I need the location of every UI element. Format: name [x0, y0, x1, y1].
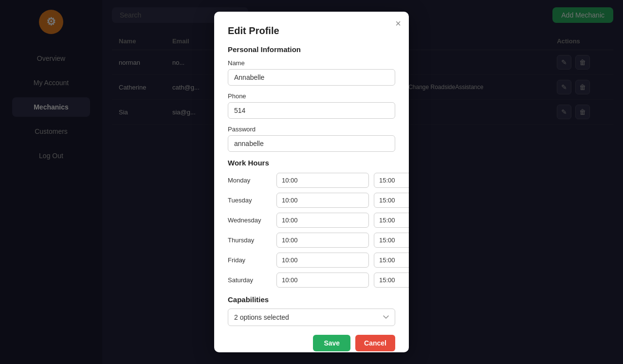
phone-input[interactable] — [228, 102, 395, 119]
work-hours-row: Thursday — [228, 233, 395, 248]
edit-profile-modal: Edit Profile × Personal Information Name… — [214, 12, 409, 352]
end-time-input[interactable] — [374, 253, 409, 268]
work-hours-row: Tuesday — [228, 193, 395, 208]
day-label: Thursday — [228, 237, 272, 244]
end-time-input[interactable] — [374, 193, 409, 208]
day-label: Wednesday — [228, 217, 272, 224]
password-label: Password — [228, 126, 395, 133]
start-time-input[interactable] — [276, 253, 369, 268]
end-time-input[interactable] — [374, 273, 409, 288]
end-time-input[interactable] — [374, 213, 409, 228]
modal-overlay: Edit Profile × Personal Information Name… — [0, 0, 623, 364]
name-label: Name — [228, 59, 395, 67]
cancel-button[interactable]: Cancel — [355, 335, 395, 351]
capabilities-section: Capabilities 2 options selected — [228, 295, 395, 326]
personal-info-title: Personal Information — [228, 45, 395, 54]
day-label: Tuesday — [228, 197, 272, 204]
work-hours-section: Work Hours Monday Tuesday Wednesday Thur… — [228, 159, 395, 288]
password-group: Password — [228, 126, 395, 152]
password-input[interactable] — [228, 135, 395, 152]
start-time-input[interactable] — [276, 193, 369, 208]
phone-group: Phone — [228, 92, 395, 119]
day-label: Friday — [228, 256, 272, 264]
start-time-input[interactable] — [276, 213, 369, 228]
work-hours-row: Saturday — [228, 273, 395, 288]
capabilities-title: Capabilities — [228, 295, 395, 304]
modal-title: Edit Profile — [228, 25, 395, 36]
day-label: Monday — [228, 177, 272, 184]
work-hours-row: Wednesday — [228, 213, 395, 228]
phone-label: Phone — [228, 92, 395, 100]
end-time-input[interactable] — [374, 233, 409, 248]
name-input[interactable] — [228, 69, 395, 86]
save-button[interactable]: Save — [313, 335, 350, 351]
capabilities-select[interactable]: 2 options selected — [228, 309, 395, 326]
start-time-input[interactable] — [276, 273, 369, 288]
start-time-input[interactable] — [276, 173, 369, 188]
start-time-input[interactable] — [276, 233, 369, 248]
name-group: Name — [228, 59, 395, 86]
end-time-input[interactable] — [374, 173, 409, 188]
modal-close-button[interactable]: × — [395, 18, 401, 28]
work-hours-row: Friday — [228, 253, 395, 268]
work-hours-row: Monday — [228, 173, 395, 188]
modal-footer: Save Cancel — [228, 335, 395, 351]
work-hours-title: Work Hours — [228, 159, 395, 167]
day-label: Saturday — [228, 276, 272, 284]
